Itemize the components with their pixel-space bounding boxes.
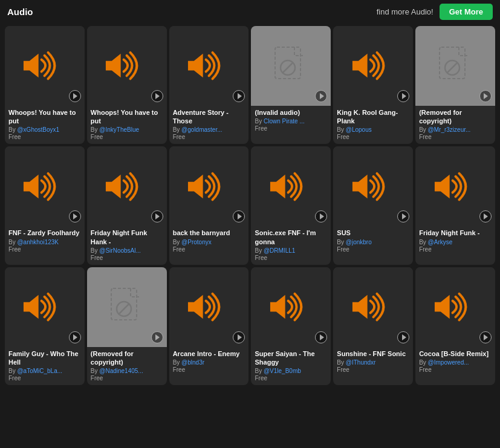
card-title: Whoops! You have to put xyxy=(8,108,81,126)
card-free-label: Free xyxy=(337,246,409,253)
card-info: Cocoa [B-Side Remix] By @Impowered... Fr… xyxy=(415,347,495,377)
card-title: back the barnyard xyxy=(173,229,245,237)
card-info: Whoops! You have to put By @xGhostBoyx1 … xyxy=(5,106,85,144)
svg-line-9 xyxy=(447,62,458,73)
play-badge[interactable] xyxy=(315,210,327,222)
play-badge[interactable] xyxy=(397,210,409,222)
card-author: By @Arkyse xyxy=(419,239,492,245)
card-free-label: Free xyxy=(255,125,327,132)
card-title: Arcane Intro - Enemy xyxy=(173,349,245,358)
play-badge[interactable] xyxy=(233,90,245,102)
card-author: By @goldmaster... xyxy=(173,126,245,133)
play-badge[interactable] xyxy=(315,331,327,343)
play-badge[interactable] xyxy=(233,331,245,343)
svg-marker-23 xyxy=(434,295,449,319)
audio-card-10[interactable]: Sonic.exe FNF - I'm gonna By @DRMILL1 Fr… xyxy=(251,146,331,264)
card-thumbnail xyxy=(251,146,331,226)
card-free-label: Free xyxy=(8,246,81,253)
card-title: FNF - Zardy Foolhardy xyxy=(8,229,81,237)
section-title: Audio xyxy=(7,7,33,17)
card-free-label: Free xyxy=(255,255,327,261)
audio-card-14[interactable]: (Removed for copyright) By @Nadine1405..… xyxy=(87,267,167,385)
card-info: Friday Night Funk Hank - By @SirNoobsAl.… xyxy=(87,226,167,265)
audio-card-8[interactable]: Friday Night Funk Hank - By @SirNoobsAl.… xyxy=(87,146,167,264)
card-info: Friday Night Funk - By @Arkyse Free xyxy=(415,226,495,256)
svg-rect-3 xyxy=(275,47,300,79)
audio-grid: Whoops! You have to put By @xGhostBoyx1 … xyxy=(0,24,500,388)
svg-marker-22 xyxy=(352,295,368,319)
card-author: By @Nadine1405... xyxy=(91,368,163,374)
audio-card-5[interactable]: King K. Rool Gang-Plank By @Lopous Free xyxy=(333,26,413,144)
play-badge[interactable] xyxy=(69,90,81,102)
audio-card-13[interactable]: Family Guy - Who The Hell By @aToMiC_bLa… xyxy=(5,267,85,385)
play-badge[interactable] xyxy=(233,210,245,222)
play-badge[interactable] xyxy=(479,331,492,343)
get-more-button[interactable]: Get More xyxy=(440,4,493,20)
card-info: Super Saiyan - The Shaggy By @V1le_B0mb … xyxy=(251,347,331,386)
audio-card-12[interactable]: Friday Night Funk - By @Arkyse Free xyxy=(415,146,495,264)
card-thumbnail xyxy=(169,26,249,106)
card-thumbnail xyxy=(415,267,495,347)
card-author: By @Protonyx xyxy=(173,239,245,245)
audio-card-1[interactable]: Whoops! You have to put By @xGhostBoyx1 … xyxy=(5,26,85,144)
audio-card-15[interactable]: Arcane Intro - Enemy By @blnd3r Free xyxy=(169,267,249,385)
card-title: Family Guy - Who The Hell xyxy=(8,349,81,367)
audio-card-16[interactable]: Super Saiyan - The Shaggy By @V1le_B0mb … xyxy=(251,267,331,385)
card-title: Sonic.exe FNF - I'm gonna xyxy=(255,229,327,246)
card-author: By @Lopous xyxy=(337,126,409,133)
card-title: (Removed for copyright) xyxy=(91,349,163,367)
card-title: Sunshine - FNF Sonic xyxy=(337,349,409,358)
card-free-label: Free xyxy=(419,366,492,373)
card-info: Arcane Intro - Enemy By @blnd3r Free xyxy=(169,347,249,377)
play-badge[interactable] xyxy=(397,90,409,102)
audio-card-11[interactable]: SUS By @jonkbro Free xyxy=(333,146,413,264)
play-badge[interactable] xyxy=(69,210,81,222)
card-author: By @SirNoobsAl... xyxy=(91,247,163,254)
play-badge[interactable] xyxy=(151,90,163,102)
card-thumbnail xyxy=(87,26,167,106)
play-badge[interactable] xyxy=(151,210,163,222)
card-title: (Invalid audio) xyxy=(255,108,327,117)
audio-card-18[interactable]: Cocoa [B-Side Remix] By @Impowered... Fr… xyxy=(415,267,495,385)
card-free-label: Free xyxy=(173,246,245,253)
svg-marker-15 xyxy=(434,175,449,199)
card-thumbnail xyxy=(251,26,331,106)
audio-card-6[interactable]: (Removed for copyright) By @Mr_r3zizeur.… xyxy=(415,26,495,144)
card-author: By @blnd3r xyxy=(173,359,245,366)
audio-card-9[interactable]: back the barnyard By @Protonyx Free xyxy=(169,146,249,264)
card-author: By @jonkbro xyxy=(337,239,409,245)
card-free-label: Free xyxy=(255,375,327,381)
card-author: By Clown Pirate ... xyxy=(255,118,327,125)
card-info: King K. Rool Gang-Plank By @Lopous Free xyxy=(333,106,413,144)
audio-card-17[interactable]: Sunshine - FNF Sonic By @IThundxr Free xyxy=(333,267,413,385)
card-thumbnail xyxy=(5,146,85,226)
svg-rect-17 xyxy=(111,288,137,320)
play-badge[interactable] xyxy=(315,90,327,102)
card-free-label: Free xyxy=(8,375,81,381)
audio-card-7[interactable]: FNF - Zardy Foolhardy By @anhkhoi123K Fr… xyxy=(5,146,85,264)
card-title: SUS xyxy=(337,229,409,237)
card-free-label: Free xyxy=(8,134,81,140)
audio-card-2[interactable]: Whoops! You have to put By @InkyTheBlue … xyxy=(87,26,167,144)
card-info: Sunshine - FNF Sonic By @IThundxr Free xyxy=(333,347,413,377)
card-title: King K. Rool Gang-Plank xyxy=(337,108,409,126)
card-thumbnail xyxy=(5,26,85,106)
play-badge[interactable] xyxy=(69,331,81,343)
audio-card-3[interactable]: Adventure Story - Those By @goldmaster..… xyxy=(169,26,249,144)
card-free-label: Free xyxy=(91,255,163,261)
card-free-label: Free xyxy=(91,134,163,140)
audio-card-4[interactable]: (Invalid audio) By Clown Pirate ... Free xyxy=(251,26,331,144)
top-bar: Audio find more Audio! Get More xyxy=(0,0,500,24)
card-free-label: Free xyxy=(337,134,409,140)
card-info: (Removed for copyright) By @Mr_r3zizeur.… xyxy=(415,106,495,144)
play-badge[interactable] xyxy=(151,331,163,343)
card-info: (Invalid audio) By Clown Pirate ... Free xyxy=(251,106,331,135)
play-badge[interactable] xyxy=(397,331,409,343)
play-badge[interactable] xyxy=(479,90,492,102)
play-badge[interactable] xyxy=(479,210,492,222)
svg-marker-0 xyxy=(24,54,39,78)
card-free-label: Free xyxy=(337,366,409,373)
svg-marker-1 xyxy=(106,54,121,78)
card-thumbnail xyxy=(87,267,167,347)
card-info: FNF - Zardy Foolhardy By @anhkhoi123K Fr… xyxy=(5,226,85,256)
